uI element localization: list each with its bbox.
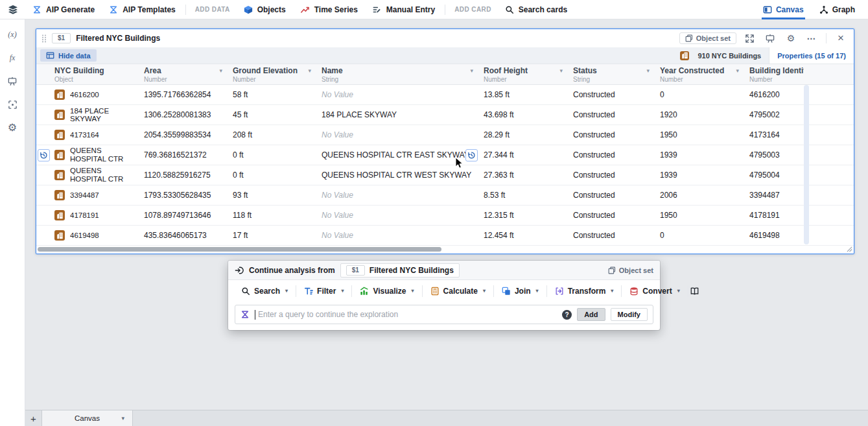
cell-year-constructed[interactable]: 1950	[656, 206, 745, 225]
sort-chevron-icon[interactable]: ▾	[470, 67, 473, 74]
sort-chevron-icon[interactable]: ▾	[736, 67, 739, 74]
search-action-button[interactable]: Search▾	[235, 283, 294, 299]
help-icon[interactable]: ?	[562, 310, 572, 320]
cell-area[interactable]: 1306.25280081383	[140, 105, 229, 124]
cell-area[interactable]: 1793.53305628435	[140, 185, 229, 205]
add-button[interactable]: Add	[577, 308, 605, 321]
convert-action-button[interactable]: Convert▾	[623, 283, 686, 299]
focus-icon[interactable]	[5, 98, 19, 111]
chevron-down-icon[interactable]: ▾	[121, 415, 124, 421]
cell-nyc-building[interactable]: 4173164	[36, 125, 140, 145]
table-row[interactable]: 184 PLACE SKYWAY1306.2528008138345 ft184…	[36, 105, 854, 125]
cell-year-constructed[interactable]: 0	[656, 85, 745, 104]
cell-history-button[interactable]	[465, 149, 478, 161]
add-canvas-button[interactable]: +	[25, 410, 42, 426]
presentation-icon[interactable]	[5, 75, 19, 88]
cell-building-identifier[interactable]: 3394487	[745, 185, 804, 205]
cell-name[interactable]: No Value	[318, 125, 480, 145]
reference-book-icon[interactable]	[690, 283, 699, 299]
cell-building-identifier[interactable]: 4795002	[745, 105, 804, 124]
table-row[interactable]: 41781911078.89749713646118 ftNo Value12.…	[36, 206, 854, 226]
cell-year-constructed[interactable]: 2006	[656, 185, 745, 205]
visualize-action-button[interactable]: Visualize▾	[353, 283, 420, 299]
variable-badge[interactable]: $1	[52, 33, 71, 43]
cell-name[interactable]: QUEENS HOSPITAL CTR WEST SKYWAY	[318, 165, 480, 185]
drag-handle-icon[interactable]	[41, 34, 47, 43]
column-header-nyc-building[interactable]: NYC BuildingObject	[36, 64, 140, 84]
cell-year-constructed[interactable]: 1920	[656, 105, 745, 124]
tab-canvas[interactable]: Canvas	[755, 0, 812, 19]
column-header-roof-height[interactable]: Roof HeightNumber▾	[480, 64, 569, 84]
expand-icon[interactable]	[742, 31, 757, 45]
column-header-area[interactable]: AreaNumber▾	[140, 64, 229, 84]
transform-action-button[interactable]: Transform▾	[548, 283, 620, 299]
column-header-building-identifier[interactable]: Building IdentifierNumber	[745, 64, 804, 84]
cell-status[interactable]: Constructed	[569, 105, 656, 124]
resize-handle-icon[interactable]	[847, 246, 852, 252]
canvas-tab[interactable]: Canvas ▾	[42, 410, 133, 426]
cell-nyc-building[interactable]: 4616200	[36, 85, 140, 104]
cell-roof-height[interactable]: 12.454 ft	[480, 226, 569, 245]
column-header-name[interactable]: NameString▾	[318, 64, 480, 84]
cell-name[interactable]: No Value	[318, 85, 480, 104]
cell-ground-elevation[interactable]: 17 ft	[229, 226, 318, 245]
cell-ground-elevation[interactable]: 118 ft	[229, 206, 318, 225]
cell-roof-height[interactable]: 27.344 ft	[480, 145, 569, 165]
cell-nyc-building[interactable]: 4178191	[36, 206, 140, 225]
cell-roof-height[interactable]: 12.315 ft	[480, 206, 569, 225]
time-series-button[interactable]: Time Series	[293, 0, 365, 19]
close-card-icon[interactable]: ×	[833, 31, 849, 45]
cell-area[interactable]: 1120.58825916275	[140, 165, 229, 185]
cell-ground-elevation[interactable]: 58 ft	[229, 85, 318, 104]
table-row[interactable]: QUEENS HOSPITAL CTR EAST SKYWAY769.36816…	[36, 145, 854, 165]
cell-status[interactable]: Constructed	[569, 165, 656, 185]
cell-nyc-building[interactable]: 4619498	[36, 226, 140, 245]
sort-chevron-icon[interactable]: ▾	[646, 67, 650, 74]
cell-ground-elevation[interactable]: 93 ft	[229, 185, 318, 205]
cell-year-constructed[interactable]: 1939	[656, 165, 745, 185]
cell-status[interactable]: Constructed	[569, 145, 656, 165]
cell-area[interactable]: 1078.89749713646	[140, 206, 229, 225]
functions-icon[interactable]: fx	[5, 51, 19, 64]
present-icon[interactable]	[762, 31, 778, 45]
app-logo[interactable]	[0, 5, 25, 15]
object-set-chip[interactable]: Object set	[679, 32, 736, 44]
objects-button[interactable]: Objects	[237, 0, 293, 19]
cell-ground-elevation[interactable]: 208 ft	[229, 125, 318, 145]
cell-ground-elevation[interactable]: 0 ft	[229, 145, 318, 165]
cell-year-constructed[interactable]: 0	[656, 226, 745, 245]
settings-gear-icon[interactable]: ⚙	[5, 121, 19, 134]
cell-nyc-building[interactable]: 3394487	[36, 185, 140, 205]
cell-area[interactable]: 435.83646065173	[140, 226, 229, 245]
cell-name[interactable]: No Value	[318, 206, 480, 225]
cell-building-identifier[interactable]: 4795003	[745, 145, 804, 165]
cell-status[interactable]: Constructed	[569, 125, 656, 145]
variables-icon[interactable]: (x)	[5, 28, 19, 41]
cell-roof-height[interactable]: 13.85 ft	[480, 85, 569, 104]
cell-building-identifier[interactable]: 4619498	[745, 226, 804, 245]
cell-area[interactable]: 1395.71766362854	[140, 85, 229, 104]
cell-status[interactable]: Constructed	[569, 226, 656, 245]
calculate-action-button[interactable]: Calculate▾	[424, 283, 492, 299]
cell-nyc-building[interactable]: 184 PLACE SKYWAY	[36, 105, 140, 124]
cell-name[interactable]: QUEENS HOSPITAL CTR EAST SKYWAY	[318, 145, 480, 165]
cell-year-constructed[interactable]: 1939	[656, 145, 745, 165]
cell-building-identifier[interactable]: 4173164	[745, 125, 804, 145]
sort-chevron-icon[interactable]: ▾	[219, 67, 222, 74]
cell-name[interactable]: No Value	[318, 226, 480, 245]
cell-name[interactable]: No Value	[318, 185, 480, 205]
join-action-button[interactable]: Join▾	[495, 283, 545, 299]
cell-name[interactable]: 184 PLACE SKYWAY	[318, 105, 480, 124]
column-header-status[interactable]: StatusString▾	[569, 64, 656, 84]
table-row[interactable]: 41731642054.35599883534208 ftNo Value28.…	[36, 125, 854, 145]
cell-roof-height[interactable]: 8.53 ft	[480, 185, 569, 205]
hide-data-button[interactable]: Hide data	[40, 49, 97, 62]
tab-graph[interactable]: Graph	[812, 0, 863, 19]
search-cards-button[interactable]: Search cards	[498, 0, 574, 19]
card-settings-gear-icon[interactable]: ⚙	[783, 31, 799, 45]
cell-ground-elevation[interactable]: 0 ft	[229, 165, 318, 185]
filter-action-button[interactable]: Filter▾	[298, 283, 350, 299]
column-header-ground-elevation[interactable]: Ground ElevationNumber▾	[229, 64, 318, 84]
cell-status[interactable]: Constructed	[569, 185, 656, 205]
row-history-button[interactable]	[38, 149, 50, 161]
